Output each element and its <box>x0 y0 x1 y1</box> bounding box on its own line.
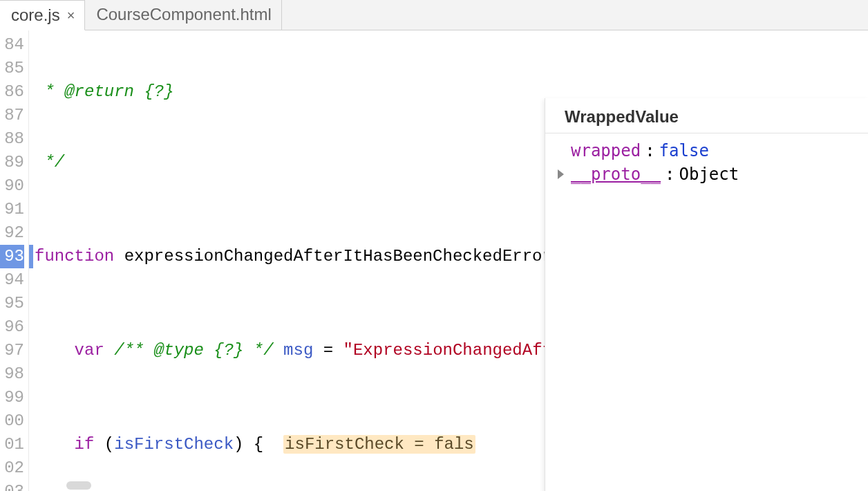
line-number: 95 <box>0 292 24 315</box>
popover-title: WrappedValue <box>558 105 858 129</box>
tab-coursecomponent-html[interactable]: CourseComponent.html <box>85 0 281 30</box>
code-text: if <box>75 435 95 454</box>
inline-debug-value: isFirstCheck = fals <box>283 435 475 454</box>
line-number: 00 <box>0 409 24 433</box>
tab-label: core.js <box>11 6 60 25</box>
tab-bar: core.js × CourseComponent.html <box>0 0 868 30</box>
line-number: 87 <box>0 104 24 127</box>
code-text: { <box>243 435 263 454</box>
line-number: 99 <box>0 386 24 409</box>
line-number: 01 <box>0 433 24 456</box>
popover-row[interactable]: __proto__: Object <box>558 163 858 186</box>
code-text: */ <box>35 153 64 172</box>
line-number: 93 <box>0 245 24 268</box>
code-text: function <box>35 247 114 266</box>
property-value: false <box>659 139 709 163</box>
horizontal-scrollbar-thumb[interactable] <box>66 481 91 490</box>
line-number-gutter: 84 85 86 87 88 89 90 91 92 93 94 95 96 9… <box>0 30 29 491</box>
line-number: 88 <box>0 127 24 151</box>
expand-triangle-icon[interactable] <box>558 169 564 179</box>
code-text: * @return {?} <box>35 82 174 101</box>
line-number: 97 <box>0 339 24 362</box>
line-number: 94 <box>0 268 24 292</box>
line-number: 90 <box>0 174 24 198</box>
line-number: 96 <box>0 315 24 339</box>
line-number: 92 <box>0 221 24 245</box>
popover-row[interactable]: wrapped: false <box>558 139 858 163</box>
line-number: 03 <box>0 480 24 491</box>
line-number: 02 <box>0 456 24 480</box>
property-key: __proto__ <box>571 163 661 186</box>
code-text: expressionChangedAfterItHasBeenCheckedEr… <box>124 247 552 266</box>
code-text: = <box>313 341 343 360</box>
divider <box>545 133 868 133</box>
tab-label: CourseComponent.html <box>96 5 271 24</box>
code-text: /** @type {?} */ <box>114 341 273 360</box>
close-icon[interactable]: × <box>67 8 75 22</box>
line-number: 89 <box>0 151 24 174</box>
debug-value-popover[interactable]: WrappedValue wrapped: false __proto__: O… <box>545 98 868 491</box>
line-number: 91 <box>0 198 24 221</box>
line-number: 85 <box>0 57 24 80</box>
property-value: Object <box>679 163 739 186</box>
line-number: 84 <box>0 33 24 57</box>
code-text: isFirstCheck <box>114 435 234 454</box>
code-editor: 84 85 86 87 88 89 90 91 92 93 94 95 96 9… <box>0 30 868 491</box>
property-key: wrapped <box>571 139 641 163</box>
code-text: msg <box>283 341 313 360</box>
line-number: 98 <box>0 362 24 386</box>
line-number: 86 <box>0 80 24 104</box>
tab-core-js[interactable]: core.js × <box>0 0 85 30</box>
code-text: var <box>75 341 104 360</box>
